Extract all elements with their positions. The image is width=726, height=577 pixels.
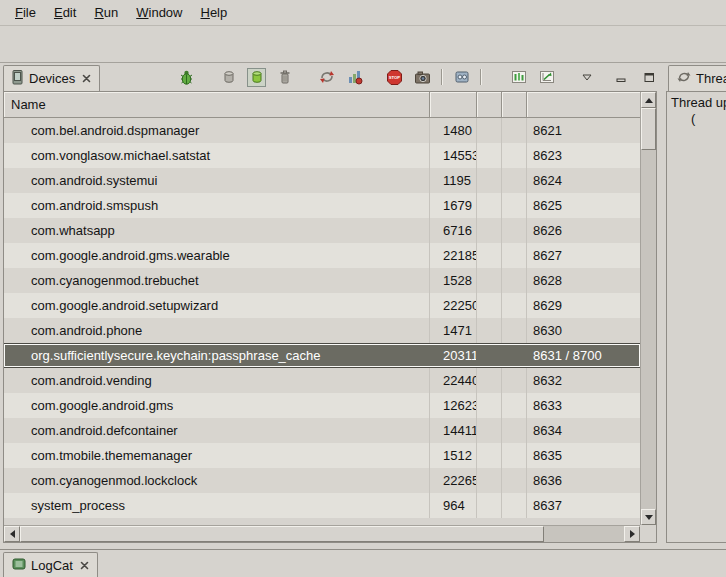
- table-row[interactable]: com.android.defcontainer 14411 8634: [4, 418, 640, 443]
- stop-process-icon[interactable]: STOP: [385, 68, 404, 87]
- table-row[interactable]: com.android.smspush 1679 8625: [4, 193, 640, 218]
- tab-logcat[interactable]: LogCat: [3, 552, 98, 577]
- table-row[interactable]: com.google.android.setupwizard 22250 862…: [4, 293, 640, 318]
- devices-tabbar: Devices: [0, 63, 664, 91]
- empty-cell: [502, 268, 527, 293]
- vertical-scrollbar[interactable]: [640, 92, 656, 525]
- process-table: Name com.bel.android.dspmanager 1480 862…: [3, 91, 657, 543]
- empty-cell: [502, 368, 527, 393]
- tab-devices[interactable]: Devices: [3, 65, 100, 91]
- empty-cell: [477, 218, 502, 243]
- table-row[interactable]: com.whatsapp 6716 8626: [4, 218, 640, 243]
- horizontal-scrollbar[interactable]: [4, 525, 640, 542]
- column-header-pid[interactable]: [430, 92, 477, 117]
- update-heap-icon[interactable]: [219, 68, 238, 87]
- menu-file[interactable]: File: [6, 2, 45, 23]
- tab-threads[interactable]: Threads: [668, 65, 726, 91]
- process-port: 8621: [527, 118, 640, 143]
- table-row[interactable]: com.cyanogenmod.lockclock 22265 8636: [4, 468, 640, 493]
- threads-icon: [677, 70, 691, 87]
- table-row[interactable]: org.sufficientlysecure.keychain:passphra…: [4, 343, 640, 368]
- process-name: com.android.systemui: [4, 168, 430, 193]
- process-pid: 14553: [430, 143, 477, 168]
- main-area: Devices: [0, 63, 726, 549]
- empty-cell: [502, 143, 527, 168]
- tab-threads-label: Threads: [696, 71, 726, 86]
- threads-message-line2: (: [667, 111, 726, 127]
- process-name: com.google.android.gms.wearable: [4, 243, 430, 268]
- update-threads-icon[interactable]: [317, 68, 336, 87]
- empty-cell: [502, 218, 527, 243]
- menu-help[interactable]: Help: [191, 2, 236, 23]
- process-name: system_process: [4, 493, 430, 518]
- table-row[interactable]: com.bel.android.dspmanager 1480 8621: [4, 118, 640, 143]
- devices-toolbar: STOP: [177, 65, 658, 89]
- minimize-icon[interactable]: [611, 68, 630, 87]
- table-row[interactable]: com.tmobile.thememanager 1512 8635: [4, 443, 640, 468]
- scroll-down-button[interactable]: [641, 509, 656, 525]
- logcat-icon: [12, 557, 26, 574]
- tab-devices-label: Devices: [29, 71, 75, 86]
- process-pid: 20311: [430, 344, 477, 367]
- screen-capture-icon[interactable]: [413, 68, 432, 87]
- table-body: com.bel.android.dspmanager 1480 8621 com…: [4, 118, 640, 518]
- process-port: 8631 / 8700: [527, 344, 640, 367]
- table-row[interactable]: system_process 964 8637: [4, 493, 640, 518]
- close-icon[interactable]: [80, 561, 89, 570]
- table-header: Name: [4, 92, 640, 118]
- process-pid: 1480: [430, 118, 477, 143]
- process-pid: 22265: [430, 468, 477, 493]
- process-pid: 1528: [430, 268, 477, 293]
- column-header-3[interactable]: [477, 92, 502, 117]
- process-name: com.cyanogenmod.lockclock: [4, 468, 430, 493]
- table-row[interactable]: com.google.android.gms.wearable 22185 86…: [4, 243, 640, 268]
- logcat-bar: LogCat: [0, 549, 726, 577]
- process-port: 8636: [527, 468, 640, 493]
- process-port: 8630: [527, 318, 640, 343]
- opengl-trace-icon[interactable]: [537, 68, 556, 87]
- dump-hprof-icon[interactable]: [247, 68, 266, 87]
- menu-window[interactable]: Window: [127, 2, 191, 23]
- table-row[interactable]: com.android.vending 22440 8632: [4, 368, 640, 393]
- maximize-icon[interactable]: [639, 68, 658, 87]
- menu-edit[interactable]: Edit: [45, 2, 85, 23]
- column-header-port[interactable]: [527, 92, 640, 117]
- process-port: 8625: [527, 193, 640, 218]
- cause-gc-icon[interactable]: [275, 68, 294, 87]
- empty-cell: [477, 193, 502, 218]
- threads-content: Thread up (: [666, 91, 726, 543]
- column-header-name[interactable]: Name: [4, 92, 430, 117]
- empty-cell: [502, 443, 527, 468]
- process-port: 8623: [527, 143, 640, 168]
- vertical-scrollbar-thumb[interactable]: [641, 108, 656, 150]
- process-port: 8629: [527, 293, 640, 318]
- systrace-icon[interactable]: [509, 68, 528, 87]
- table-row[interactable]: com.vonglasow.michael.satstat 14553 8623: [4, 143, 640, 168]
- start-method-profiling-icon[interactable]: [345, 68, 364, 87]
- scroll-up-button[interactable]: [641, 92, 656, 108]
- menu-run[interactable]: Run: [85, 2, 127, 23]
- view-menu-icon[interactable]: [577, 68, 596, 87]
- table-row[interactable]: com.cyanogenmod.trebuchet 1528 8628: [4, 268, 640, 293]
- empty-cell: [502, 344, 527, 367]
- empty-cell: [502, 193, 527, 218]
- table-row[interactable]: com.android.phone 1471 8630: [4, 318, 640, 343]
- close-icon[interactable]: [82, 74, 91, 83]
- empty-cell: [477, 118, 502, 143]
- debug-process-icon[interactable]: [177, 68, 196, 87]
- table-row[interactable]: com.google.android.gms 12623 8633: [4, 393, 640, 418]
- column-header-4[interactable]: [502, 92, 527, 117]
- threads-panel: Threads Thread up (: [666, 63, 726, 549]
- empty-cell: [502, 318, 527, 343]
- process-name: com.vonglasow.michael.satstat: [4, 143, 430, 168]
- process-name: com.android.smspush: [4, 193, 430, 218]
- scroll-right-button[interactable]: [624, 526, 640, 542]
- process-name: org.sufficientlysecure.keychain:passphra…: [4, 344, 430, 367]
- scroll-left-button[interactable]: [4, 526, 20, 542]
- table-row[interactable]: com.android.systemui 1195 8624: [4, 168, 640, 193]
- horizontal-scrollbar-thumb[interactable]: [20, 526, 544, 542]
- empty-cell: [477, 418, 502, 443]
- tab-logcat-label: LogCat: [31, 558, 73, 573]
- screen-record-icon[interactable]: [452, 68, 471, 87]
- process-port: 8637: [527, 493, 640, 518]
